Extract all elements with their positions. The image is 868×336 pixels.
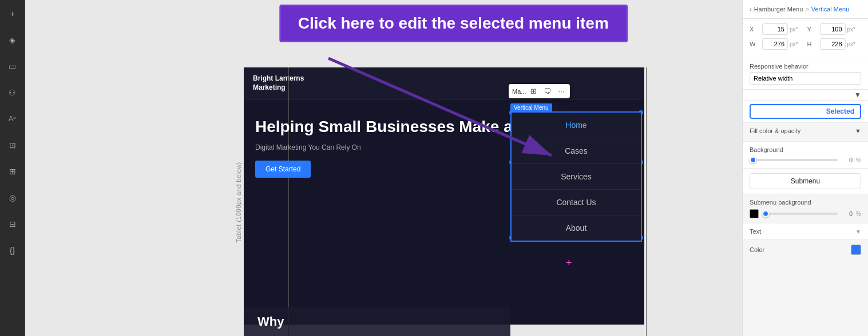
text-section: Text ▼ — [743, 223, 868, 240]
y-unit: px* — [847, 26, 855, 33]
text-row: Text ▼ — [750, 228, 861, 235]
code-icon[interactable]: {} — [5, 242, 21, 258]
selected-button[interactable]: Selected — [750, 104, 861, 119]
h-input[interactable] — [820, 38, 846, 50]
y-input-group: px* — [820, 23, 862, 35]
layers-icon[interactable]: ◈ — [5, 32, 21, 48]
text-icon[interactable]: Aᵃ — [5, 111, 21, 127]
size-row: W px* H px* — [750, 38, 861, 50]
tablet-label-text: Tablet (1000px and below) — [235, 162, 242, 243]
element-toolbar: Ma... ⊞ 🗨 ··· — [509, 84, 570, 98]
people-icon[interactable]: ⚇ — [5, 85, 21, 101]
fill-section: Fill color & opacity ▼ — [743, 123, 868, 142]
add-element-icon[interactable]: + — [566, 257, 572, 269]
submenu-bg-label: Submenu background — [750, 199, 861, 206]
menu-item-services[interactable]: Services — [512, 164, 641, 190]
y-label: Y — [807, 26, 817, 33]
site-logo: Bright Lanterns Marketing — [253, 74, 304, 92]
bg-slider-thumb[interactable] — [750, 157, 756, 163]
text-expand-icon[interactable]: ▼ — [855, 229, 861, 235]
bg-percent: % — [856, 157, 861, 163]
element-grid-button[interactable]: ⊞ — [528, 86, 539, 97]
submenu-bg-value: 0 — [841, 210, 853, 217]
marketing-icon[interactable]: ◎ — [5, 190, 21, 206]
element-label: Ma... — [512, 88, 526, 95]
w-input[interactable] — [762, 38, 788, 50]
x-unit: px* — [790, 26, 798, 33]
image-icon[interactable]: ⊡ — [5, 137, 21, 153]
panel-breadcrumb: › Hamburger Menu > Vertical Menu — [743, 0, 868, 19]
w-label: W — [750, 41, 759, 47]
text-label: Text — [750, 228, 761, 235]
vertical-menu-label: Vertical Menu — [510, 103, 552, 112]
tooltip-text: Click here to edit the selected menu ite… — [298, 14, 609, 32]
site-header: Bright Lanterns Marketing — [244, 67, 644, 99]
vertical-menu[interactable]: Home Cases Services Contact Us About — [510, 111, 642, 242]
bg-slider-track[interactable] — [750, 159, 838, 161]
why-text: Why — [257, 314, 284, 329]
menu-item-contact[interactable]: Contact Us — [512, 190, 641, 215]
h-input-group: px* — [820, 38, 862, 50]
guide-line-right — [646, 67, 647, 336]
position-row: X px* Y px* — [750, 23, 861, 35]
bg-value: 0 — [841, 157, 853, 163]
responsive-section: Responsive behavior Relative width — [743, 58, 868, 90]
dropdown-row: ▼ — [743, 90, 868, 101]
submenu-color-swatch[interactable] — [750, 209, 759, 218]
selected-button-row: Selected — [743, 101, 868, 123]
submenu-bg-row: 0 % — [750, 209, 861, 218]
x-label: X — [750, 26, 759, 33]
color-section: Color — [743, 240, 868, 259]
x-input[interactable] — [762, 23, 788, 35]
h-label: H — [807, 41, 817, 47]
fill-label: Fill color & opacity ▼ — [750, 127, 861, 134]
breadcrumb-current: Vertical Menu — [811, 6, 850, 13]
left-toolbar: + ◈ ▭ ⚇ Aᵃ ⊡ ⊞ ◎ ⊟ {} — [0, 0, 25, 336]
fill-expand-icon[interactable]: ▼ — [855, 127, 861, 134]
submenu-slider-thumb[interactable] — [762, 210, 769, 217]
why-section: Why — [244, 307, 510, 336]
canvas-area: Click here to edit the selected menu ite… — [25, 0, 742, 336]
y-input[interactable] — [820, 23, 846, 35]
element-comment-button[interactable]: 🗨 — [541, 86, 553, 97]
color-swatch-blue[interactable] — [851, 245, 861, 255]
w-input-group: px* — [762, 38, 804, 50]
background-section: Background 0 % — [743, 142, 868, 169]
bg-slider-row: 0 % — [750, 157, 861, 163]
responsive-label: Responsive behavior — [750, 63, 861, 70]
bg-label: Background — [750, 146, 861, 153]
submenu-slider-track[interactable] — [762, 213, 838, 215]
h-unit: px* — [847, 41, 855, 47]
apps-icon[interactable]: ⊞ — [5, 163, 21, 179]
guide-line-left — [288, 67, 289, 336]
table-icon[interactable]: ⊟ — [5, 216, 21, 232]
breadcrumb-separator: > — [805, 6, 808, 13]
menu-item-cases[interactable]: Cases — [512, 138, 641, 164]
site-cta-button[interactable]: Get Started — [255, 161, 311, 178]
breadcrumb-parent[interactable]: Hamburger Menu — [754, 6, 803, 13]
right-panel: › Hamburger Menu > Vertical Menu X px* Y… — [742, 0, 868, 336]
color-row: Color — [750, 245, 861, 255]
pages-icon[interactable]: ▭ — [5, 58, 21, 74]
submenu-bg-section: Submenu background 0 % — [743, 194, 868, 223]
responsive-select[interactable]: Relative width — [750, 72, 861, 85]
element-more-button[interactable]: ··· — [556, 86, 566, 97]
add-icon[interactable]: + — [5, 6, 21, 22]
submenu-bg-percent: % — [856, 211, 861, 217]
tablet-label: Tablet (1000px and below) — [234, 69, 243, 336]
menu-item-home[interactable]: Home — [512, 113, 641, 138]
chevron-left-icon[interactable]: › — [750, 6, 752, 13]
menu-item-about[interactable]: About — [512, 215, 641, 241]
x-input-group: px* — [762, 23, 804, 35]
tooltip-banner: Click here to edit the selected menu ite… — [279, 5, 628, 42]
submenu-button[interactable]: Submenu — [750, 173, 861, 189]
position-section: X px* Y px* W px* H px* — [743, 19, 868, 58]
submenu-section: Submenu — [743, 169, 868, 194]
color-label: Color — [750, 246, 764, 253]
w-unit: px* — [790, 41, 798, 47]
dropdown-arrow-icon[interactable]: ▼ — [854, 91, 861, 99]
